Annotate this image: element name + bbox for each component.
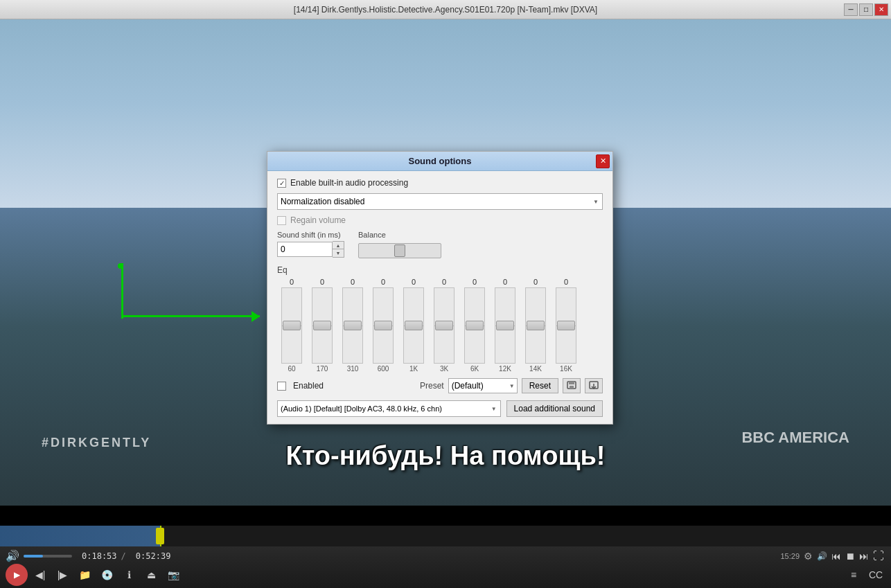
frame-back-button[interactable]: ◀| <box>30 565 50 585</box>
spin-down-button[interactable]: ▼ <box>333 249 344 257</box>
nav-stop-icon[interactable]: ⏹ <box>845 551 855 562</box>
time-current: 0:18:53 <box>82 551 117 561</box>
time-separator: / <box>121 551 126 561</box>
eq-load-icon-button[interactable] <box>585 378 603 393</box>
eq-freq-1k: 1K <box>409 365 418 373</box>
window-title: [14/14] Dirk.Gentlys.Holistic.Detective.… <box>294 5 597 15</box>
shift-balance-row: Sound shift (in ms) ▲ ▼ Balance <box>277 231 603 258</box>
settings-icon[interactable]: ⚙ <box>804 551 813 562</box>
eq-value-600: 0 <box>369 278 398 286</box>
preset-select[interactable]: (Default) <box>448 378 518 393</box>
reset-button[interactable]: Reset <box>522 378 558 393</box>
dialog-body: Enable built-in audio processing Normali… <box>267 171 612 424</box>
close-button[interactable]: ✕ <box>874 3 888 16</box>
eq-slider-170[interactable] <box>312 287 333 364</box>
eq-thumb-3k <box>435 321 453 330</box>
eq-band-3k: 0 3K <box>430 278 459 373</box>
regain-volume-label: Regain volume <box>290 215 346 225</box>
subtitle-button[interactable]: CC <box>866 565 885 585</box>
eq-freq-600: 600 <box>378 365 389 373</box>
volume-time-row: 🔊 0:18:53 / 0:52:39 15:29 ⚙ 🔊 ⏮ ⏹ ⏭ ⛶ <box>0 546 891 562</box>
balance-slider[interactable] <box>358 243 441 258</box>
eq-thumb-310 <box>344 321 362 330</box>
balance-thumb <box>394 244 405 257</box>
eq-slider-3k[interactable] <box>434 287 455 364</box>
open-file-button[interactable]: 📁 <box>75 565 94 585</box>
eq-slider-6k[interactable] <box>464 287 485 364</box>
motion-arrow-vertical <box>121 263 123 319</box>
subtitle-text: Кто-нибудь! На помощь! <box>0 441 891 471</box>
fullscreen-icon[interactable]: ⛶ <box>873 550 884 562</box>
eq-slider-14k[interactable] <box>525 287 546 364</box>
volume-icon[interactable]: 🔊 <box>6 549 19 562</box>
eq-slider-16k[interactable] <box>556 287 576 364</box>
right-status: 15:29 ⚙ 🔊 ⏮ ⏹ ⏭ ⛶ <box>780 550 884 562</box>
sound-shift-label: Sound shift (in ms) <box>277 231 344 239</box>
enable-audio-row: Enable built-in audio processing <box>277 178 603 188</box>
shift-group: Sound shift (in ms) ▲ ▼ <box>277 231 344 258</box>
eq-enabled-checkbox[interactable] <box>277 382 286 391</box>
eq-value-14k: 0 <box>521 278 550 286</box>
eq-freq-14k: 14K <box>529 365 542 373</box>
minimize-button[interactable]: ─ <box>844 3 858 16</box>
maximize-button[interactable]: □ <box>859 3 873 16</box>
audio-track-select[interactable]: (Audio 1) [Default] [Dolby AC3, 48.0 kHz… <box>277 400 501 417</box>
eq-freq-6k: 6K <box>470 365 479 373</box>
eq-band-1k: 0 1K <box>399 278 428 373</box>
preset-select-wrapper[interactable]: (Default) <box>448 378 518 393</box>
sound-shift-input[interactable] <box>277 242 333 257</box>
audio-settings-icon[interactable]: 🔊 <box>817 551 827 561</box>
button-row: ▶ ◀| |▶ 📁 💿 ℹ ⏏ 📷 ≡ CC <box>0 562 891 587</box>
eq-slider-12k[interactable] <box>495 287 515 364</box>
sound-options-dialog: Sound options ✕ Enable built-in audio pr… <box>267 151 613 425</box>
eq-thumb-600 <box>374 321 392 330</box>
volume-fill <box>24 555 43 558</box>
volume-slider[interactable] <box>24 555 72 558</box>
play-button[interactable]: ▶ <box>6 564 28 586</box>
eq-band-310: 0 310 <box>338 278 367 373</box>
spin-up-button[interactable]: ▲ <box>333 242 344 249</box>
normalization-select-wrapper[interactable]: Normalization disabled Normalization ena… <box>277 193 603 210</box>
media-info-button[interactable]: ℹ <box>119 565 139 585</box>
eq-thumb-6k <box>466 321 484 330</box>
nav-next-icon[interactable]: ⏭ <box>859 551 869 562</box>
snapshot-button[interactable]: 📷 <box>164 565 183 585</box>
eq-freq-16k: 16K <box>560 365 572 373</box>
regain-volume-checkbox[interactable] <box>277 216 286 225</box>
eq-thumb-60 <box>283 321 301 330</box>
dialog-close-button[interactable]: ✕ <box>596 154 610 168</box>
eq-slider-310[interactable] <box>342 287 363 364</box>
preset-label: Preset <box>420 381 444 391</box>
svg-rect-1 <box>569 382 574 384</box>
eq-value-1k: 0 <box>399 278 428 286</box>
enable-audio-checkbox[interactable] <box>277 179 286 188</box>
eject-button[interactable]: ⏏ <box>141 565 161 585</box>
eq-slider-1k[interactable] <box>403 287 424 364</box>
eq-value-170: 0 <box>308 278 337 286</box>
eq-label: Eq <box>277 265 603 275</box>
eq-thumb-170 <box>313 321 331 330</box>
control-bar: 🔊 0:18:53 / 0:52:39 15:29 ⚙ 🔊 ⏮ ⏹ ⏭ ⛶ ▶ … <box>0 546 891 588</box>
time-total: 0:52:39 <box>136 551 171 561</box>
normalization-select[interactable]: Normalization disabled Normalization ena… <box>277 193 603 210</box>
eq-thumb-16k <box>557 321 575 330</box>
motion-arrow-horizontal <box>121 315 260 317</box>
nav-prev-icon[interactable]: ⏮ <box>831 551 841 562</box>
eq-freq-3k: 3K <box>440 365 448 373</box>
eq-slider-600[interactable] <box>373 287 394 364</box>
enable-audio-label: Enable built-in audio processing <box>290 178 408 188</box>
load-sound-button[interactable]: Load additional sound <box>506 400 603 417</box>
timeline[interactable] <box>0 526 891 546</box>
eq-slider-60[interactable] <box>281 287 302 364</box>
eq-save-icon-button[interactable] <box>563 378 581 393</box>
eq-band-12k: 0 12K <box>491 278 520 373</box>
playlist-button[interactable]: ≡ <box>844 565 863 585</box>
eq-band-600: 0 600 <box>369 278 398 373</box>
eq-value-3k: 0 <box>430 278 459 286</box>
audio-select-wrapper[interactable]: (Audio 1) [Default] [Dolby AC3, 48.0 kHz… <box>277 400 501 417</box>
timeline-thumb[interactable] <box>156 528 164 544</box>
dvd-button[interactable]: 💿 <box>97 565 116 585</box>
dialog-title: Sound options <box>409 156 472 166</box>
sound-shift-spinbox: ▲ ▼ <box>277 241 344 258</box>
frame-fwd-button[interactable]: |▶ <box>53 565 72 585</box>
